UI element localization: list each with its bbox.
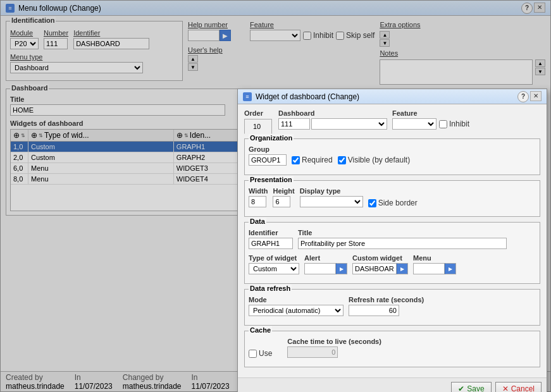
dialog-cancel-icon: ✕ bbox=[502, 384, 509, 392]
cache-use-label[interactable]: Use bbox=[249, 349, 272, 358]
dialog-body: Order 10 Dashboard 111 Feature bbox=[238, 104, 547, 377]
refresh-inner-row: Mode Periodical (automatic) Manual None … bbox=[249, 296, 536, 316]
data-identifier-label: Identifier bbox=[249, 229, 293, 236]
dialog-titlebar-left: ≡ Widget of dashboard (Change) bbox=[243, 92, 359, 101]
custom-widget-input[interactable]: DASHBOAR bbox=[352, 263, 397, 274]
dialog-save-button[interactable]: ✔ Save bbox=[451, 382, 491, 392]
height-field: Height 6 bbox=[273, 187, 294, 207]
data-refresh-group: Data refresh Mode Periodical (automatic)… bbox=[244, 289, 540, 326]
type-of-widget-label: Type of widget bbox=[249, 254, 299, 262]
mode-field: Mode Periodical (automatic) Manual None bbox=[249, 296, 344, 316]
custom-widget-field: Custom widget DASHBOAR ▶ bbox=[352, 254, 408, 274]
dialog-inhibit-checkbox[interactable] bbox=[439, 120, 447, 128]
cache-time-field: Cache time to live (seconds) 0 bbox=[287, 338, 381, 358]
presentation-inner-row: Width 8 Height 6 Display type Side borde… bbox=[249, 187, 536, 207]
refresh-rate-input[interactable]: 60 bbox=[349, 305, 399, 316]
display-type-label: Display type bbox=[300, 187, 363, 195]
dialog-feature-select[interactable] bbox=[392, 118, 436, 130]
width-input[interactable]: 8 bbox=[249, 196, 266, 207]
org-inner-row: Group GROUP1 Required Visible (by defaul… bbox=[249, 145, 536, 166]
cache-time-label: Cache time to live (seconds) bbox=[287, 338, 381, 345]
cache-inner-row: Use Cache time to live (seconds) 0 bbox=[249, 338, 536, 358]
data-group: Data Identifier GRAPH1 Title Profitabili… bbox=[244, 222, 540, 284]
custom-widget-label: Custom widget bbox=[352, 254, 408, 262]
dialog-icon: ≡ bbox=[243, 92, 252, 101]
visible-checkbox-label[interactable]: Visible (by default) bbox=[338, 156, 411, 164]
order-input[interactable]: 10 bbox=[251, 121, 265, 132]
type-of-widget-select[interactable]: Custom bbox=[249, 263, 299, 274]
presentation-group: Presentation Width 8 Height 6 Display ty… bbox=[244, 180, 540, 217]
dialog-feature-label: Feature bbox=[392, 109, 469, 117]
cache-group: Cache Use Cache time to live (seconds) 0 bbox=[244, 331, 540, 367]
dialog-cancel-button[interactable]: ✕ Cancel bbox=[495, 382, 542, 392]
dialog-help-button[interactable]: ? bbox=[517, 91, 529, 102]
alert-label: Alert bbox=[304, 254, 347, 262]
dialog-inhibit-label[interactable]: Inhibit bbox=[439, 119, 469, 128]
dialog-titlebar-buttons: ? ✕ bbox=[517, 91, 542, 102]
org-group-label: Group bbox=[249, 145, 287, 153]
dialog-dashboard-input[interactable]: 111 bbox=[278, 118, 310, 130]
order-label: Order bbox=[244, 109, 273, 117]
org-group-input[interactable]: GROUP1 bbox=[249, 154, 287, 166]
width-field: Width 8 bbox=[249, 187, 268, 207]
dialog-titlebar: ≡ Widget of dashboard (Change) ? ✕ bbox=[238, 89, 547, 104]
top-row: Order 10 Dashboard 111 Feature bbox=[244, 109, 540, 133]
data-title-field: Title Profitability per Store bbox=[298, 229, 536, 249]
refresh-rate-label: Refresh rate (seconds) bbox=[349, 296, 424, 303]
side-border-label[interactable]: Side border bbox=[368, 199, 418, 207]
cache-time-input[interactable]: 0 bbox=[287, 346, 338, 358]
type-of-widget-field: Type of widget Custom bbox=[249, 254, 299, 274]
cache-label: Cache bbox=[249, 326, 272, 334]
dialog-title: Widget of dashboard (Change) bbox=[256, 92, 359, 101]
width-label: Width bbox=[249, 187, 268, 195]
custom-widget-icon-btn[interactable]: ▶ bbox=[397, 263, 408, 274]
data-label: Data bbox=[249, 217, 266, 225]
order-tab[interactable]: 10 bbox=[244, 119, 272, 134]
org-group-field: Group GROUP1 bbox=[249, 145, 287, 166]
dialog-dashboard-select[interactable] bbox=[311, 118, 387, 130]
display-type-field: Display type bbox=[300, 187, 363, 207]
dialog-footer: ✔ Save ✕ Cancel bbox=[238, 377, 547, 392]
dialog-feature-group: Feature Inhibit bbox=[392, 109, 469, 130]
required-checkbox[interactable] bbox=[292, 156, 300, 164]
mode-select[interactable]: Periodical (automatic) Manual None bbox=[249, 305, 344, 316]
dashboard-id-group: Dashboard 111 bbox=[278, 109, 387, 130]
data-identifier-input[interactable]: GRAPH1 bbox=[249, 238, 293, 249]
data-type-row: Type of widget Custom Alert ▶ Custo bbox=[249, 254, 536, 274]
cache-use-checkbox[interactable] bbox=[249, 350, 257, 358]
dialog-save-icon: ✔ bbox=[458, 384, 464, 392]
menu-icon-btn[interactable]: ▶ bbox=[445, 263, 456, 274]
data-refresh-label: Data refresh bbox=[249, 285, 292, 292]
menu-field: Menu ▶ bbox=[413, 254, 456, 274]
menu-input[interactable] bbox=[413, 263, 445, 274]
data-identifier-field: Identifier GRAPH1 bbox=[249, 229, 293, 249]
widget-dialog: ≡ Widget of dashboard (Change) ? ✕ Order… bbox=[237, 89, 547, 392]
presentation-label: Presentation bbox=[249, 176, 294, 183]
dialog-close-button[interactable]: ✕ bbox=[530, 91, 542, 101]
alert-field: Alert ▶ bbox=[304, 254, 347, 274]
menu-label: Menu bbox=[413, 254, 456, 262]
visible-checkbox[interactable] bbox=[338, 156, 346, 164]
data-title-input[interactable]: Profitability per Store bbox=[298, 238, 507, 249]
data-id-row: Identifier GRAPH1 Title Profitability pe… bbox=[249, 229, 536, 249]
display-type-select[interactable] bbox=[300, 196, 363, 207]
refresh-rate-field: Refresh rate (seconds) 60 bbox=[349, 296, 424, 316]
organization-label: Organization bbox=[249, 134, 294, 142]
alert-icon-btn[interactable]: ▶ bbox=[336, 263, 347, 274]
height-input[interactable]: 6 bbox=[273, 196, 290, 207]
mode-label: Mode bbox=[249, 296, 344, 303]
side-border-checkbox[interactable] bbox=[368, 199, 376, 207]
height-label: Height bbox=[273, 187, 294, 195]
alert-input[interactable] bbox=[304, 263, 336, 274]
data-title-label: Title bbox=[298, 229, 536, 236]
organization-group: Organization Group GROUP1 Required Visib… bbox=[244, 138, 540, 175]
order-group: Order 10 bbox=[244, 109, 273, 133]
required-checkbox-label[interactable]: Required bbox=[292, 156, 333, 164]
dialog-dashboard-label: Dashboard bbox=[278, 109, 387, 117]
